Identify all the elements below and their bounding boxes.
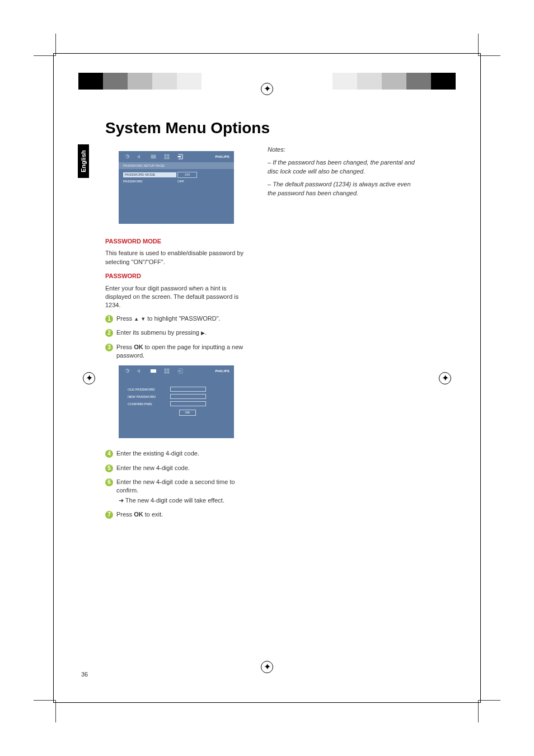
- speaker-icon: [137, 368, 143, 374]
- step-bullet-5: 5: [105, 464, 113, 472]
- grid-icon: [163, 153, 170, 160]
- gear-icon: [123, 368, 130, 374]
- step-2-text: Enter its submenu by pressing ▶.: [116, 328, 251, 337]
- confirm-password-field: [170, 401, 206, 406]
- step-bullet-4: 4: [105, 450, 113, 458]
- osd-brand: PHILIPS: [216, 369, 229, 373]
- note-1: – If the password has been changed, the …: [268, 158, 419, 176]
- osd-row-password: PASSWORD OFF: [123, 178, 229, 185]
- language-tab: English: [78, 144, 89, 178]
- color-bar-left: [78, 73, 202, 90]
- osd-brand: PHILIPS: [216, 154, 229, 159]
- step-bullet-2: 2: [105, 329, 113, 337]
- osd-row-label: PASSWORD MODE: [123, 172, 176, 177]
- password-description: Enter your four digit password when a hi…: [105, 284, 251, 310]
- osd-row-value: OFF: [177, 179, 184, 184]
- confirm-password-row: CONFIRM PWD: [128, 401, 225, 406]
- page-number: 36: [81, 671, 88, 678]
- heading-password-mode: PASSWORD MODE: [105, 237, 251, 246]
- step-1: 1 Press ▲ ▼ to highlight "PASSWORD".: [105, 314, 251, 323]
- note-2: – The default password (1234) is always …: [268, 180, 419, 198]
- right-column: Notes: – If the password has been change…: [268, 145, 419, 525]
- password-mode-description: This feature is used to enable/disable p…: [105, 249, 251, 266]
- step-2: 2 Enter its submenu by pressing ▶.: [105, 328, 251, 337]
- crop-mark-tl: [34, 34, 56, 56]
- new-password-field: [170, 394, 206, 399]
- page-title: System Menu Options: [105, 119, 270, 137]
- step-bullet-1: 1: [105, 315, 113, 323]
- gear-icon: [123, 153, 130, 160]
- step-7-text: Press OK to exit.: [116, 510, 251, 519]
- old-password-label: OLD PASSWORD: [128, 387, 170, 392]
- step-5-text: Enter the new 4-digit code.: [116, 464, 251, 472]
- keyboard-icon: [150, 368, 157, 374]
- grid-icon: [163, 368, 170, 374]
- crop-mark-br: [478, 700, 500, 722]
- osd-tab-bar: PHILIPS: [119, 365, 234, 377]
- step-bullet-3: 3: [105, 344, 113, 351]
- video-icon: [150, 153, 157, 160]
- step-6-result: ➜ The new 4-digit code will take effect.: [116, 496, 251, 505]
- color-bar-right: [332, 73, 456, 90]
- osd-password-form: OLD PASSWORD NEW PASSWORD CONFIRM PWD OK: [119, 377, 234, 425]
- old-password-row: OLD PASSWORD: [128, 387, 225, 392]
- speaker-icon: [137, 153, 143, 160]
- step-4-text: Enter the existing 4-digit code.: [116, 449, 251, 458]
- step-3: 3 Press OK to open the page for inputtin…: [105, 343, 251, 360]
- exit-icon: [177, 368, 184, 374]
- step-bullet-7: 7: [105, 511, 113, 519]
- step-3-text: Press OK to open the page for inputting …: [116, 343, 251, 360]
- crop-mark-tr: [478, 34, 500, 56]
- step-5: 5 Enter the new 4-digit code.: [105, 464, 251, 472]
- step-4: 4 Enter the existing 4-digit code.: [105, 449, 251, 458]
- content-area: PHILIPS PASSWORD SETUP PAGE PASSWORD MOD…: [105, 145, 455, 525]
- step-6: 6 Enter the new 4-digit code a second ti…: [105, 478, 251, 505]
- osd-password-change: PHILIPS OLD PASSWORD NEW PASSWORD CONFIR…: [119, 365, 234, 438]
- notes-heading: Notes:: [268, 145, 419, 154]
- registration-mark-top: ✦: [261, 83, 273, 95]
- exit-icon: [177, 153, 184, 160]
- osd-tab-bar: PHILIPS: [119, 151, 234, 162]
- new-password-row: NEW PASSWORD: [128, 394, 225, 399]
- confirm-password-label: CONFIRM PWD: [128, 402, 170, 406]
- up-arrow-icon: ▲: [134, 316, 139, 323]
- registration-mark-left: ✦: [83, 372, 95, 384]
- step-1-text: Press ▲ ▼ to highlight "PASSWORD".: [116, 314, 251, 323]
- osd-row-label: PASSWORD: [123, 179, 176, 184]
- osd-row-password-mode: PASSWORD MODE ON: [123, 171, 229, 178]
- osd-row-value: ON: [177, 172, 197, 177]
- left-column: PHILIPS PASSWORD SETUP PAGE PASSWORD MOD…: [105, 145, 251, 525]
- ok-button-graphic: OK: [179, 410, 196, 415]
- svg-rect-1: [151, 369, 156, 373]
- heading-password: PASSWORD: [105, 272, 251, 280]
- step-6-text: Enter the new 4-digit code a second time…: [116, 478, 251, 505]
- step-bullet-6: 6: [105, 478, 113, 486]
- registration-mark-bottom: ✦: [261, 661, 273, 673]
- right-arrow-icon: ▶: [201, 330, 205, 337]
- down-arrow-icon: ▼: [140, 316, 146, 323]
- svg-rect-0: [151, 155, 156, 159]
- step-7: 7 Press OK to exit.: [105, 510, 251, 519]
- osd-body: PASSWORD MODE ON PASSWORD OFF: [119, 169, 234, 224]
- osd-subtitle: PASSWORD SETUP PAGE: [119, 162, 234, 169]
- new-password-label: NEW PASSWORD: [128, 395, 170, 399]
- osd-password-setup: PHILIPS PASSWORD SETUP PAGE PASSWORD MOD…: [119, 151, 234, 224]
- crop-mark-bl: [34, 700, 56, 722]
- old-password-field: [170, 387, 206, 392]
